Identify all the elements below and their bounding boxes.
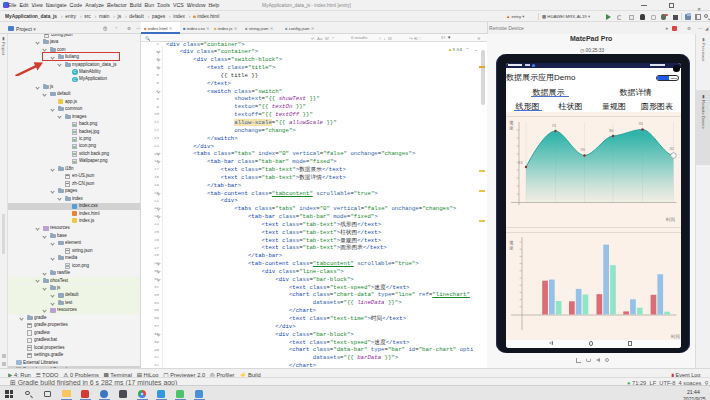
- svg-text:86: 86: [609, 128, 614, 133]
- svg-text:70: 70: [551, 123, 556, 128]
- svg-text:32: 32: [669, 146, 674, 151]
- svg-text:43: 43: [518, 160, 523, 165]
- svg-text:速: 速: [509, 240, 514, 245]
- svg-text:度: 度: [509, 246, 514, 251]
- svg-text:速: 速: [509, 120, 514, 125]
- svg-text:度: 度: [509, 126, 514, 131]
- svg-text:91: 91: [638, 121, 643, 126]
- svg-text:55: 55: [580, 147, 585, 152]
